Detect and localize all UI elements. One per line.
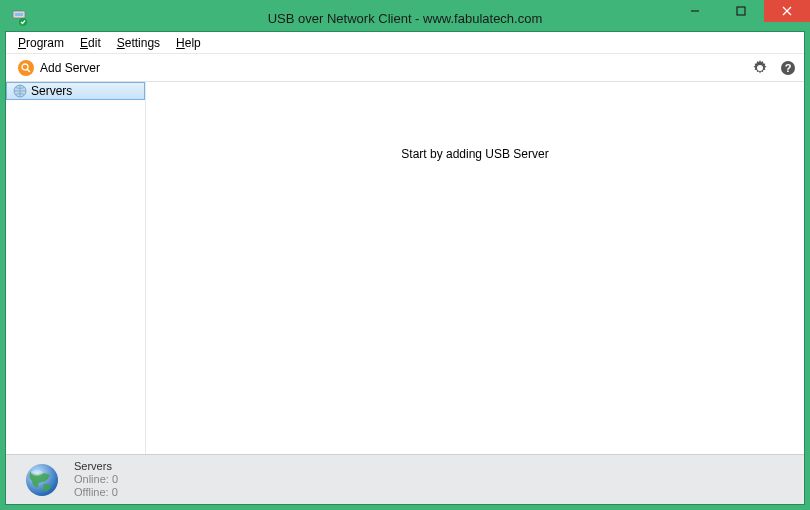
menu-label: elp — [185, 36, 201, 50]
window-controls — [672, 0, 810, 22]
body: Servers Start by adding USB Server — [6, 82, 804, 454]
main-pane: Start by adding USB Server — [146, 82, 804, 454]
menu-help[interactable]: Help — [168, 34, 209, 52]
client-area: Program Edit Settings Help Add Server — [5, 31, 805, 505]
svg-point-7 — [22, 64, 28, 70]
status-online: Online: 0 — [74, 473, 118, 486]
sidebar: Servers — [6, 82, 146, 454]
app-icon — [11, 10, 27, 26]
svg-rect-1 — [15, 13, 23, 16]
globe-icon — [13, 84, 27, 98]
statusbar: Servers Online: 0 Offline: 0 — [6, 454, 804, 504]
empty-state-message: Start by adding USB Server — [401, 147, 548, 161]
close-button[interactable] — [764, 0, 810, 22]
help-icon[interactable]: ? — [778, 58, 798, 78]
menu-label: ettings — [125, 36, 160, 50]
add-server-label: Add Server — [40, 61, 100, 75]
search-plus-icon — [18, 60, 34, 76]
menubar: Program Edit Settings Help — [6, 32, 804, 54]
maximize-button[interactable] — [718, 0, 764, 22]
sidebar-item-servers[interactable]: Servers — [6, 82, 145, 100]
menu-label: dit — [88, 36, 101, 50]
svg-text:?: ? — [785, 62, 792, 74]
status-offline: Offline: 0 — [74, 486, 118, 499]
titlebar[interactable]: USB over Network Client - www.fabulatech… — [5, 5, 805, 31]
add-server-button[interactable]: Add Server — [12, 58, 106, 78]
svg-rect-4 — [737, 7, 745, 15]
menu-edit[interactable]: Edit — [72, 34, 109, 52]
menu-program[interactable]: Program — [10, 34, 72, 52]
status-heading: Servers — [74, 460, 118, 473]
sidebar-item-label: Servers — [31, 84, 72, 98]
gear-icon[interactable] — [750, 58, 770, 78]
menu-label: rogram — [26, 36, 64, 50]
toolbar: Add Server ? — [6, 54, 804, 82]
menu-settings[interactable]: Settings — [109, 34, 168, 52]
minimize-button[interactable] — [672, 0, 718, 22]
status-text: Servers Online: 0 Offline: 0 — [74, 460, 118, 500]
globe-large-icon — [24, 462, 60, 498]
window-frame: USB over Network Client - www.fabulatech… — [0, 0, 810, 510]
svg-point-14 — [31, 470, 43, 476]
svg-point-9 — [758, 66, 762, 70]
svg-line-8 — [27, 69, 30, 72]
